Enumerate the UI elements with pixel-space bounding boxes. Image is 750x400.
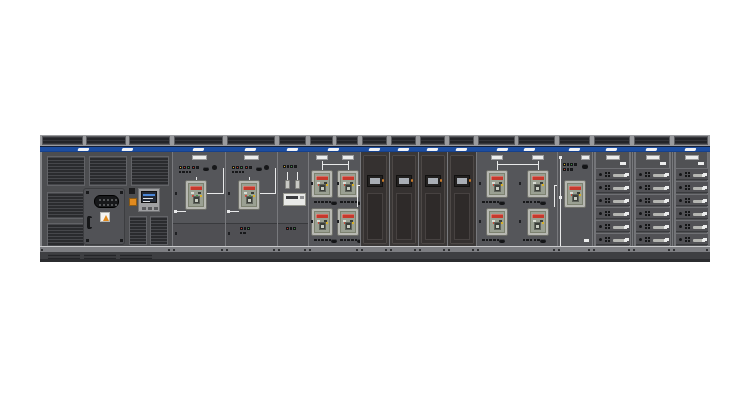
drive-power-button (382, 179, 385, 182)
door-hinge (175, 232, 177, 235)
door-handle (87, 216, 92, 229)
connector-pin (115, 199, 117, 201)
breaker-crank-face (536, 225, 539, 228)
indicator-lamp (570, 163, 573, 166)
mcc-drawer (676, 233, 708, 245)
lower-door (226, 223, 278, 246)
indicator-lamp (239, 171, 241, 173)
drawer-lamp (645, 188, 647, 190)
indicator-lamp (182, 171, 184, 173)
door-hinge (228, 192, 230, 195)
rail-bolt (628, 249, 630, 251)
drawer-latch-knob (639, 173, 642, 176)
ventilation-louver (150, 216, 168, 245)
breaker-lamp (542, 222, 544, 224)
mimic-line (497, 161, 498, 170)
indicator-lamp (340, 239, 343, 242)
door-hinge (337, 220, 339, 223)
nameplate-label (316, 155, 328, 160)
rail-bolt (356, 249, 358, 251)
meter-button (148, 207, 152, 210)
drawer-label (703, 186, 707, 189)
drive-door (392, 155, 416, 244)
drawer-lamp (605, 172, 607, 174)
drawer-lamp (688, 240, 690, 242)
indicator-lamp (530, 201, 533, 204)
indicator-lamp (563, 168, 566, 171)
drive-lower-panel (367, 193, 383, 240)
indicator-lamp (574, 163, 577, 166)
control-knob (499, 201, 505, 206)
mimic-line (207, 193, 224, 194)
door-screw (120, 191, 123, 194)
drawer-lamp (688, 188, 690, 190)
indicator-lamp (489, 239, 492, 242)
brand-logo-icon (646, 148, 658, 151)
mcc-drawer (676, 181, 708, 193)
indicator-lamp (534, 239, 537, 242)
control-knob (203, 167, 209, 172)
indicator-lamp (186, 171, 188, 173)
drawer-latch-knob (599, 225, 602, 228)
roof-vent-louver (391, 136, 416, 145)
drawer-lamp (605, 224, 607, 226)
drawer-lamp (648, 214, 650, 216)
breaker-lamp (542, 184, 544, 186)
rail-bolt (668, 249, 670, 251)
drawer-lamp (685, 214, 687, 216)
indicator-lamp (493, 201, 496, 204)
drawer-label (703, 238, 707, 241)
section-meter-bay (277, 152, 308, 246)
breaker-crank-face (347, 187, 350, 190)
drive-hmi-screen (370, 178, 380, 184)
rail-bolt (706, 249, 708, 251)
drawer-lamp (608, 214, 610, 216)
drawer-label (703, 212, 707, 215)
drive-hmi-screen (457, 178, 467, 184)
brand-logo-icon (426, 148, 438, 151)
section-control-cabinet (40, 152, 172, 246)
section-mcc-section-3 (672, 152, 710, 246)
roof-vent-louver (86, 136, 127, 145)
door-hinge (479, 220, 481, 223)
breaker-face (489, 211, 505, 233)
drawer-lamp (605, 227, 607, 229)
drive-power-button (469, 179, 472, 182)
indicator-lamp (187, 166, 190, 169)
mcc-drawer (596, 194, 630, 206)
drawer-lamp (608, 237, 610, 239)
meter-button (154, 207, 158, 210)
roof-vent-louver (634, 136, 670, 145)
drawer-lamp (688, 237, 690, 239)
indicator-lamp (344, 239, 347, 242)
air-circuit-breaker (185, 180, 207, 210)
drawer-lamp (608, 172, 610, 174)
drawer-lamp (688, 185, 690, 187)
mcc-drawer (596, 168, 630, 180)
drive-door (363, 155, 387, 244)
indicator-lamp (325, 239, 328, 242)
breaker-crank-socket (494, 184, 501, 192)
section-acb-grid-bay-2 (476, 152, 557, 246)
rail-bolt (385, 249, 387, 251)
indicator-lamp (287, 165, 290, 168)
air-circuit-breaker (337, 170, 359, 198)
indicator-lamp (249, 166, 252, 169)
indicator-lamp (567, 168, 570, 171)
nameplate-label (532, 155, 544, 160)
brand-logo-icon (524, 148, 536, 151)
rail-bolt (168, 249, 170, 251)
drawer-label (625, 225, 629, 228)
nameplate-label (646, 155, 660, 160)
roof-vent-band (40, 135, 710, 146)
rail-bolt (41, 249, 43, 251)
drawer-latch-knob (599, 238, 602, 241)
mimic-line (275, 168, 276, 194)
breaker-rating-label (243, 186, 255, 190)
aux-label (129, 188, 135, 194)
ventilation-louver (89, 156, 127, 186)
control-knob (540, 201, 546, 206)
breaker-lamp (352, 222, 354, 224)
drive-lower-panel (425, 193, 441, 240)
section-drive-cabinet-1 (360, 152, 389, 246)
